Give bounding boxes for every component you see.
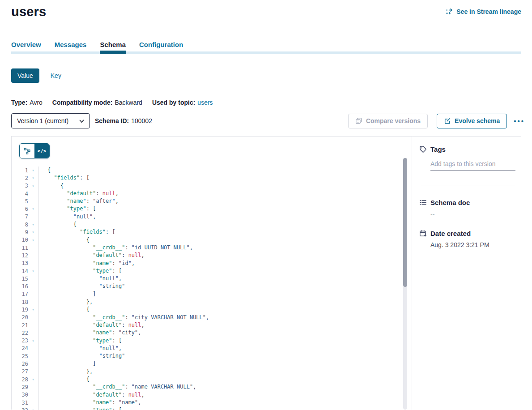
code-text: "null", bbox=[38, 345, 122, 352]
schema-doc-section: Schema doc -- bbox=[419, 199, 521, 218]
schema-type-label: Type: bbox=[11, 99, 27, 106]
tags-heading: Tags bbox=[419, 145, 521, 153]
line-number: 30 bbox=[12, 392, 28, 398]
line-number: 28 bbox=[12, 376, 28, 383]
schema-controls-row: Version 1 (current) Schema ID:100002 Com… bbox=[11, 113, 521, 128]
fold-toggle-icon[interactable]: ▾ bbox=[28, 406, 38, 410]
fold-toggle-icon[interactable]: ▾ bbox=[28, 306, 38, 313]
version-select[interactable]: Version 1 (current) bbox=[11, 113, 90, 128]
line-number: 17 bbox=[12, 291, 28, 297]
fold-toggle-icon[interactable]: ▾ bbox=[28, 267, 38, 275]
fold-toggle-icon[interactable]: ▾ bbox=[28, 182, 38, 190]
evolve-schema-button[interactable]: Evolve schema bbox=[437, 114, 507, 128]
code-line: 13 "name": "id", bbox=[12, 260, 412, 267]
topic-tabs: Overview Messages Schema Configuration bbox=[11, 41, 521, 54]
schema-doc-heading: Schema doc bbox=[419, 199, 521, 206]
tree-view-button[interactable] bbox=[20, 144, 34, 158]
code-line: 26 ] bbox=[12, 360, 412, 367]
line-number: 13 bbox=[12, 260, 28, 266]
code-line: 3▾ { bbox=[12, 182, 412, 190]
tab-overview[interactable]: Overview bbox=[11, 41, 41, 54]
line-number: 24 bbox=[12, 345, 28, 351]
code-text: { bbox=[38, 221, 77, 228]
code-line: 10▾ { bbox=[12, 236, 412, 244]
schema-actions: Compare versions Evolve schema ••• bbox=[348, 114, 521, 128]
tag-icon bbox=[419, 145, 427, 153]
doc-list-icon bbox=[419, 199, 427, 206]
line-number: 21 bbox=[12, 322, 28, 329]
editor-scrollbar-thumb[interactable] bbox=[403, 158, 407, 287]
fold-toggle-icon[interactable]: ▾ bbox=[28, 167, 38, 174]
code-text: "type": [ bbox=[38, 267, 122, 275]
code-line: 22 "name": "city", bbox=[12, 329, 412, 337]
line-number: 15 bbox=[12, 276, 28, 282]
code-text: "name": "after", bbox=[38, 197, 119, 205]
schema-type: Type:Avro bbox=[11, 99, 43, 106]
code-line: 11 "__crdb__": "id UUID NOT NULL", bbox=[12, 244, 412, 252]
line-number: 3 bbox=[12, 183, 28, 189]
code-line: 19▾ { bbox=[12, 306, 412, 313]
schema-doc-value: -- bbox=[430, 210, 521, 218]
code-text: "fields": [ bbox=[38, 174, 89, 182]
code-text: "__crdb__": "city VARCHAR NOT NULL", bbox=[38, 314, 209, 321]
line-number: 19 bbox=[12, 307, 28, 313]
schema-id: Schema ID:100002 bbox=[95, 117, 152, 124]
line-number: 27 bbox=[12, 368, 28, 375]
fold-toggle-icon[interactable]: ▾ bbox=[28, 236, 38, 244]
line-number: 7 bbox=[12, 214, 28, 220]
line-number: 32 bbox=[12, 407, 28, 410]
schema-sidebar: Tags Schema doc -- bbox=[412, 137, 521, 410]
more-actions-button[interactable]: ••• bbox=[514, 114, 525, 128]
code-text: { bbox=[38, 182, 64, 190]
code-line: 14▾ "type": [ bbox=[12, 267, 412, 275]
editor-scrollbar[interactable] bbox=[403, 158, 407, 410]
code-line: 2▾ "fields": [ bbox=[12, 174, 412, 182]
line-number: 23 bbox=[12, 337, 28, 344]
code-line: 23▾ "type": [ bbox=[12, 337, 412, 345]
fold-toggle-icon[interactable]: ▾ bbox=[28, 221, 38, 228]
date-created-title: Date created bbox=[430, 230, 471, 237]
code-line: 9▾ "fields": [ bbox=[12, 228, 412, 236]
stream-lineage-icon bbox=[446, 8, 453, 15]
code-view-button[interactable]: </> bbox=[34, 144, 49, 158]
code-text: "name": "name", bbox=[38, 399, 141, 406]
line-number: 2 bbox=[12, 175, 28, 181]
compare-versions-button[interactable]: Compare versions bbox=[348, 114, 428, 128]
evolve-schema-label: Evolve schema bbox=[455, 117, 500, 124]
add-tags-input[interactable] bbox=[430, 159, 515, 171]
value-toggle-button[interactable]: Value bbox=[11, 68, 39, 83]
line-number: 12 bbox=[12, 252, 28, 259]
code-text: "string" bbox=[38, 352, 125, 360]
tab-messages[interactable]: Messages bbox=[55, 41, 87, 54]
code-text: "default": null, bbox=[38, 321, 145, 329]
fold-toggle-icon[interactable]: ▾ bbox=[28, 337, 38, 345]
code-text: "type": [ bbox=[38, 337, 122, 345]
fold-toggle-icon[interactable]: ▾ bbox=[28, 376, 38, 383]
see-in-stream-lineage-link[interactable]: See in Stream lineage bbox=[446, 8, 521, 15]
tags-title: Tags bbox=[430, 145, 446, 153]
line-number: 6 bbox=[12, 206, 28, 212]
date-created-value: Aug. 3 2022 3:21 PM bbox=[430, 241, 521, 248]
line-number: 5 bbox=[12, 198, 28, 205]
fold-toggle-icon[interactable]: ▾ bbox=[28, 174, 38, 182]
code-line: 30 "default": null, bbox=[12, 391, 412, 399]
used-by-topic-link[interactable]: users bbox=[197, 99, 213, 106]
code-line: 1▾{ bbox=[12, 167, 412, 174]
code-line: 17 ] bbox=[12, 290, 412, 298]
code-text: { bbox=[38, 236, 89, 244]
fold-toggle-icon[interactable]: ▾ bbox=[28, 205, 38, 213]
code-text: "string" bbox=[38, 282, 125, 290]
fold-toggle-icon[interactable]: ▾ bbox=[28, 228, 38, 236]
key-toggle-button[interactable]: Key bbox=[51, 72, 61, 79]
code-line: 29 "__crdb__": "name VARCHAR NULL", bbox=[12, 383, 412, 391]
tab-schema[interactable]: Schema bbox=[100, 41, 126, 54]
schema-meta-row: Type:Avro Compatibility mode:Backward Us… bbox=[11, 99, 521, 106]
compatibility-mode: Compatibility mode:Backward bbox=[52, 99, 142, 106]
compare-versions-label: Compare versions bbox=[366, 117, 421, 124]
code-line: 28▾ { bbox=[12, 376, 412, 383]
tags-section: Tags bbox=[419, 145, 521, 171]
code-line: 12 "default": null, bbox=[12, 252, 412, 259]
line-number: 31 bbox=[12, 400, 28, 406]
tab-configuration[interactable]: Configuration bbox=[139, 41, 183, 54]
value-key-toggle: Value Key bbox=[11, 68, 521, 83]
